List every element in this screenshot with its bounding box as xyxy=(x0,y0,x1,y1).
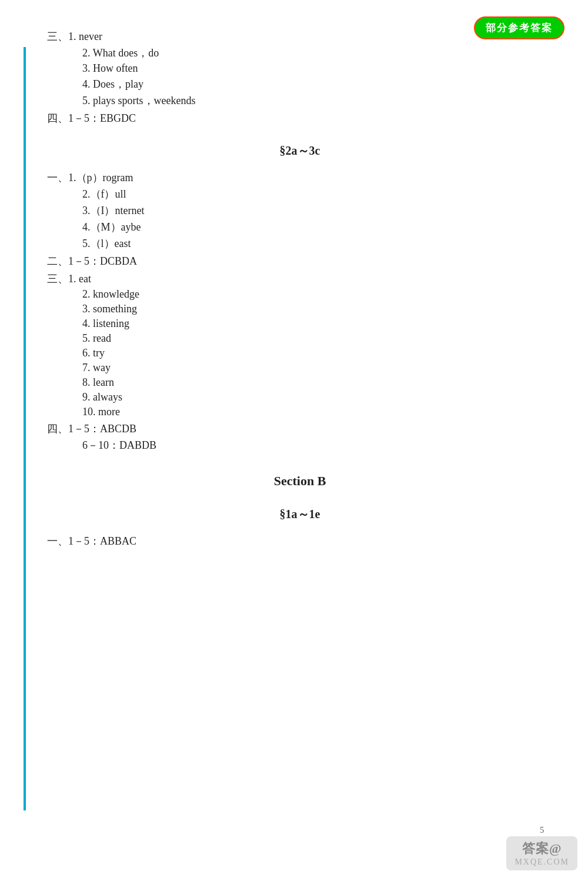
item-san2-10: 10. more xyxy=(82,406,553,418)
group-si1-title: 四、1－5：EBGDC xyxy=(47,111,553,125)
item-san2-9: 9. always xyxy=(82,391,553,403)
group-san1: 三、1. never 2. What does，do 3. How often … xyxy=(47,29,553,108)
badge: 部分参考答案 xyxy=(474,16,564,39)
group-yi3: 一、1－5：ABBAC xyxy=(47,534,553,548)
watermark-box: 答案@ MXQE.COM xyxy=(506,836,577,870)
group-san2-title: 三、1. eat xyxy=(47,272,553,286)
item-yi2-3: 3.（I）nternet xyxy=(82,203,553,218)
left-bar xyxy=(24,47,26,810)
item-san1-3: 3. How often xyxy=(82,62,553,75)
section-b-header: Section B xyxy=(47,473,553,489)
section-1a1e-header: §1a～1e xyxy=(47,506,553,522)
watermark-text2: MXQE.COM xyxy=(514,857,569,867)
item-si2-610: 6－10：DABDB xyxy=(82,438,553,452)
item-yi2-4: 4.（M）aybe xyxy=(82,220,553,234)
content-area: 三、1. never 2. What does，do 3. How often … xyxy=(47,24,553,548)
item-san1-4: 4. Does，play xyxy=(82,77,553,91)
group-si1: 四、1－5：EBGDC xyxy=(47,111,553,125)
watermark-text1: 答案@ xyxy=(522,840,562,857)
group-yi2: 一、1.（p）rogram 2.（f）ull 3.（I）nternet 4.（M… xyxy=(47,171,553,251)
group-si2: 四、1－5：ABCDB 6－10：DABDB xyxy=(47,422,553,452)
group-er2: 二、1－5：DCBDA xyxy=(47,254,553,268)
group-san2: 三、1. eat 2. knowledge 3. something 4. li… xyxy=(47,272,553,418)
group-yi3-title: 一、1－5：ABBAC xyxy=(47,534,553,548)
item-san2-7: 7. way xyxy=(82,362,553,374)
watermark: 5 答案@ MXQE.COM xyxy=(506,826,577,870)
group-er2-title: 二、1－5：DCBDA xyxy=(47,254,553,268)
item-san2-4: 4. listening xyxy=(82,318,553,330)
page: 部分参考答案 三、1. never 2. What does，do 3. How… xyxy=(0,0,588,881)
item-san1-5: 5. plays sports，weekends xyxy=(82,94,553,108)
item-san2-3: 3. something xyxy=(82,303,553,315)
group-yi2-title: 一、1.（p）rogram xyxy=(47,171,553,185)
item-san2-5: 5. read xyxy=(82,332,553,345)
item-san2-2: 2. knowledge xyxy=(82,288,553,301)
item-san1-2: 2. What does，do xyxy=(82,46,553,60)
section-2a3c-header: §2a～3c xyxy=(47,143,553,159)
item-san2-6: 6. try xyxy=(82,347,553,359)
group-si2-title: 四、1－5：ABCDB xyxy=(47,422,553,436)
item-san2-8: 8. learn xyxy=(82,376,553,389)
watermark-number: 5 xyxy=(540,826,544,835)
item-yi2-5: 5.（l）east xyxy=(82,236,553,251)
item-yi2-2: 2.（f）ull xyxy=(82,187,553,201)
